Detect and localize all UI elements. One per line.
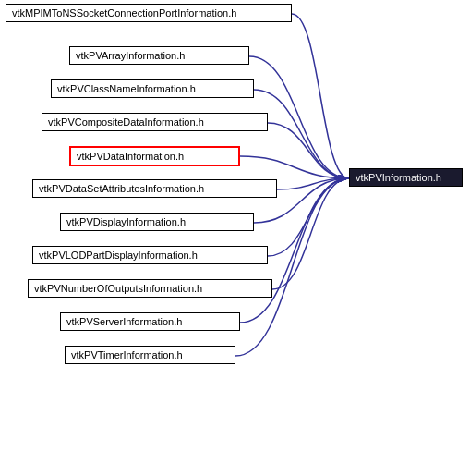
node-composite[interactable]: vtkPVCompositeDataInformation.h — [42, 113, 268, 131]
node-server[interactable]: vtkPVServerInformation.h — [60, 312, 240, 331]
node-array[interactable]: vtkPVArrayInformation.h — [69, 46, 249, 65]
node-display[interactable]: vtkPVDisplayInformation.h — [60, 213, 254, 231]
diagram-container: vtkMPIMToNSSocketConnectionPortInformati… — [0, 0, 470, 476]
node-main[interactable]: vtkMPIMToNSSocketConnectionPortInformati… — [6, 4, 292, 22]
node-timer[interactable]: vtkPVTimerInformation.h — [65, 346, 235, 364]
node-data[interactable]: vtkPVDataInformation.h — [69, 146, 240, 166]
node-classname[interactable]: vtkPVClassNameInformation.h — [51, 79, 254, 98]
node-number[interactable]: vtkPVNumberOfOutputsInformation.h — [28, 279, 272, 298]
arrows-svg — [0, 0, 470, 476]
node-lod[interactable]: vtkPVLODPartDisplayInformation.h — [32, 246, 268, 264]
node-dataset[interactable]: vtkPVDataSetAttributesInformation.h — [32, 179, 277, 198]
node-target[interactable]: vtkPVInformation.h — [349, 168, 463, 187]
